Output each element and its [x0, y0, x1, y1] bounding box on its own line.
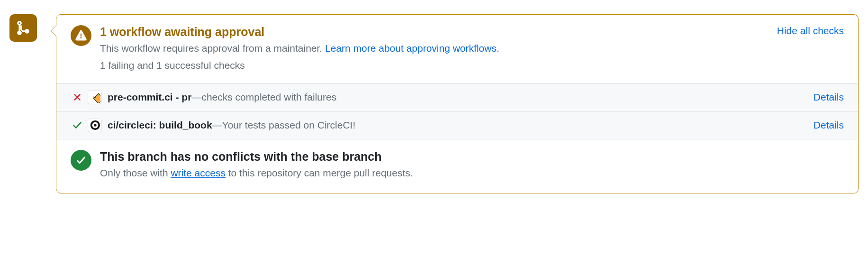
approval-subtitle: This workflow requires approval from a m…	[100, 43, 325, 54]
checks-list: P pre-commit.ci - pr — checks completed …	[56, 83, 858, 139]
git-merge-icon	[15, 20, 31, 36]
merge-section: This branch has no conflicts with the ba…	[56, 139, 858, 193]
merge-panel: 1 workflow awaiting approval This workfl…	[56, 14, 859, 193]
check-icon	[72, 120, 82, 130]
details-link[interactable]: Details	[814, 119, 844, 131]
merge-sub-suffix: to this repository can merge pull reques…	[226, 167, 413, 178]
write-access-link[interactable]: write access	[171, 167, 226, 178]
merge-status-badge	[9, 14, 37, 42]
check-desc: checks completed with failures	[201, 92, 336, 103]
check-sep: —	[212, 119, 222, 131]
alert-icon	[71, 25, 91, 46]
svg-point-3	[94, 124, 97, 127]
merge-title: This branch has no conflicts with the ba…	[100, 150, 844, 164]
merge-sub-prefix: Only those with	[100, 167, 171, 178]
approval-section: 1 workflow awaiting approval This workfl…	[56, 15, 858, 83]
check-row: ci/circleci: build_book — Your tests pas…	[56, 111, 858, 139]
success-icon	[71, 150, 91, 171]
x-icon	[73, 93, 81, 101]
panel-caret	[51, 25, 56, 37]
checks-summary: 1 failing and 1 successful checks	[100, 58, 768, 73]
check-name: ci/circleci: build_book	[108, 119, 212, 131]
hide-all-checks-link[interactable]: Hide all checks	[777, 25, 844, 37]
check-sep: —	[191, 92, 201, 103]
precommit-avatar: P	[88, 90, 102, 104]
details-link[interactable]: Details	[814, 92, 844, 103]
check-row: P pre-commit.ci - pr — checks completed …	[56, 83, 858, 111]
circleci-avatar	[88, 118, 102, 132]
check-name: pre-commit.ci - pr	[108, 92, 191, 103]
svg-text:P: P	[93, 95, 96, 100]
check-desc: Your tests passed on CircleCI!	[222, 119, 356, 131]
learn-more-link[interactable]: Learn more about approving workflows.	[325, 43, 499, 54]
approval-title: 1 workflow awaiting approval	[100, 25, 768, 39]
